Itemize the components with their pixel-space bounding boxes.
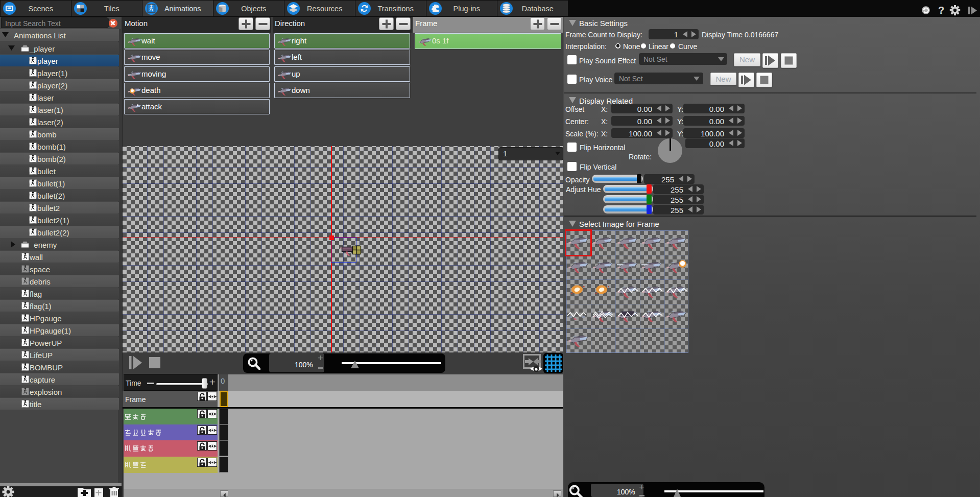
svg-text:?: ?	[938, 5, 944, 16]
